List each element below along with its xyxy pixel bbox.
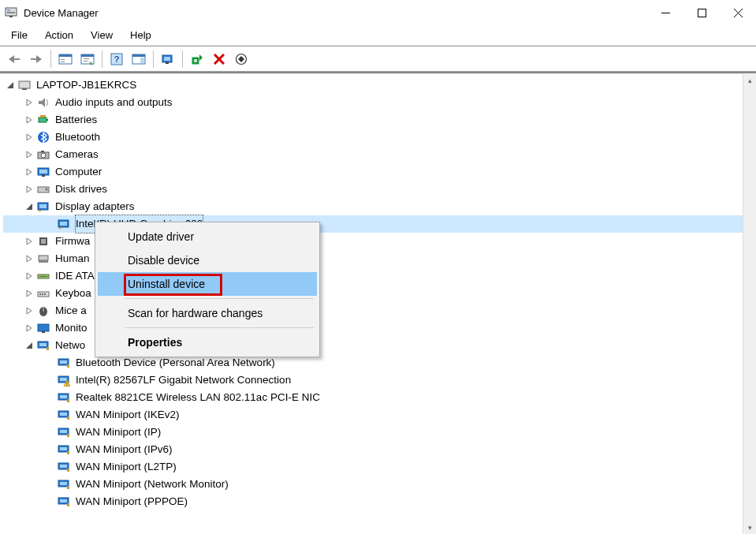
update-driver-button[interactable] — [188, 50, 207, 69]
tree-item-computer[interactable]: Computer — [3, 163, 756, 181]
svg-rect-108 — [67, 469, 69, 472]
expand-icon[interactable] — [24, 271, 35, 282]
battery-icon — [36, 113, 50, 127]
expand-icon[interactable] — [24, 305, 35, 316]
bluetooth-icon — [36, 130, 50, 144]
svg-marker-80 — [27, 325, 32, 331]
disk-icon — [36, 182, 50, 196]
expand-icon[interactable] — [24, 253, 35, 264]
svg-rect-71 — [39, 276, 47, 277]
expand-icon[interactable] — [24, 184, 35, 195]
context-menu-uninstall-device[interactable]: Uninstall device — [98, 272, 317, 296]
menu-view[interactable]: View — [83, 27, 121, 43]
network-adapter-icon — [57, 460, 71, 474]
svg-rect-42 — [40, 115, 46, 118]
titlebar: Device Manager — [0, 0, 756, 25]
tree-item-intel-gigabit[interactable]: ! Intel(R) 82567LF Gigabit Network Conne… — [3, 372, 756, 389]
menu-file[interactable]: File — [3, 27, 35, 43]
svg-marker-33 — [238, 56, 244, 62]
svg-marker-34 — [7, 82, 13, 88]
tree-item-bluetooth[interactable]: Bluetooth — [3, 129, 756, 146]
svg-marker-53 — [27, 186, 32, 192]
svg-rect-58 — [39, 204, 47, 208]
svg-rect-67 — [39, 256, 48, 260]
tree-item-cameras[interactable]: Cameras — [3, 146, 756, 163]
svg-rect-62 — [59, 227, 61, 229]
expand-icon[interactable] — [24, 166, 35, 177]
context-menu-update-driver[interactable]: Update driver — [98, 225, 317, 248]
svg-rect-61 — [60, 222, 67, 226]
network-adapter-icon — [57, 495, 71, 509]
context-menu-disable-device[interactable]: Disable device — [98, 248, 317, 272]
menu-action[interactable]: Action — [37, 27, 81, 43]
expand-icon[interactable] — [24, 149, 35, 160]
uninstall-device-button[interactable] — [210, 50, 229, 69]
show-hide-console-tree-button[interactable] — [56, 50, 75, 69]
svg-rect-29 — [194, 59, 197, 62]
expand-icon[interactable] — [24, 132, 35, 143]
network-adapter-icon — [57, 425, 71, 439]
tree-item-audio[interactable]: Audio inputs and outputs — [3, 94, 756, 111]
camera-icon — [36, 148, 50, 162]
context-menu-properties[interactable]: Properties — [98, 330, 317, 354]
tree-item-realtek-wlan[interactable]: Realtek 8821CE Wireless LAN 802.11ac PCI… — [3, 389, 756, 406]
vertical-scrollbar[interactable]: ▴ ▾ — [743, 73, 756, 534]
ide-controller-icon — [36, 269, 50, 283]
svg-marker-39 — [27, 117, 32, 123]
scan-hardware-button[interactable] — [158, 50, 177, 69]
menu-help[interactable]: Help — [122, 27, 159, 43]
tree-item-wan-l2tp[interactable]: WAN Miniport (L2TP) — [3, 458, 756, 476]
svg-rect-2 — [7, 12, 15, 13]
svg-marker-77 — [27, 308, 32, 314]
svg-rect-26 — [166, 62, 169, 64]
keyboard-icon — [36, 286, 50, 301]
expand-icon[interactable] — [24, 323, 35, 334]
tree-item-batteries[interactable]: Batteries — [3, 111, 756, 129]
expand-icon[interactable] — [24, 288, 35, 299]
tree-root[interactable]: LAPTOP-JB1EKRCS — [3, 77, 756, 94]
svg-rect-82 — [42, 331, 45, 333]
action-pane-button[interactable] — [129, 50, 148, 69]
tree-item-wan-pppoe[interactable]: WAN Miniport (PPPOE) — [3, 493, 756, 510]
forward-button[interactable] — [27, 50, 46, 69]
svg-marker-28 — [199, 54, 203, 61]
collapse-icon[interactable] — [5, 80, 16, 91]
svg-marker-37 — [27, 99, 32, 106]
back-button[interactable] — [5, 50, 24, 69]
svg-rect-17 — [84, 58, 89, 59]
svg-rect-111 — [67, 486, 69, 489]
maximize-button[interactable] — [683, 0, 720, 25]
scroll-down-icon[interactable]: ▾ — [743, 521, 756, 534]
expand-icon[interactable] — [24, 114, 35, 125]
properties-button[interactable] — [78, 50, 97, 69]
svg-rect-1 — [7, 9, 10, 11]
svg-point-55 — [46, 189, 48, 191]
menu-separator — [125, 298, 314, 299]
tree-item-wan-ikev2[interactable]: WAN Miniport (IKEv2) — [3, 406, 756, 424]
expand-icon[interactable] — [24, 97, 35, 108]
tree-item-wan-netmon[interactable]: WAN Miniport (Network Monitor) — [3, 476, 756, 493]
tree-item-wan-ipv6[interactable]: WAN Miniport (IPv6) — [3, 441, 756, 458]
svg-rect-113 — [60, 499, 67, 502]
svg-rect-96 — [67, 399, 69, 402]
hid-icon — [36, 252, 50, 266]
disable-device-button[interactable] — [232, 50, 251, 69]
network-adapter-icon — [57, 390, 71, 405]
svg-marker-66 — [27, 256, 32, 262]
tree-item-display-adapters[interactable]: Display adapters — [3, 198, 756, 215]
context-menu-scan-hardware[interactable]: Scan for hardware changes — [98, 301, 317, 325]
svg-marker-43 — [27, 134, 32, 140]
svg-text:!: ! — [66, 382, 68, 387]
minimize-button[interactable] — [647, 0, 683, 25]
help-button[interactable]: ? — [107, 50, 126, 69]
tree-item-disk-drives[interactable]: Disk drives — [3, 181, 756, 198]
expand-icon[interactable] — [24, 236, 35, 247]
collapse-icon[interactable] — [24, 340, 35, 351]
chip-icon — [36, 234, 50, 248]
collapse-icon[interactable] — [24, 201, 35, 212]
svg-rect-74 — [39, 293, 41, 295]
close-button[interactable] — [720, 0, 756, 25]
svg-marker-16 — [89, 62, 93, 65]
tree-item-wan-ip[interactable]: WAN Miniport (IP) — [3, 424, 756, 441]
scroll-up-icon[interactable]: ▴ — [743, 73, 756, 87]
